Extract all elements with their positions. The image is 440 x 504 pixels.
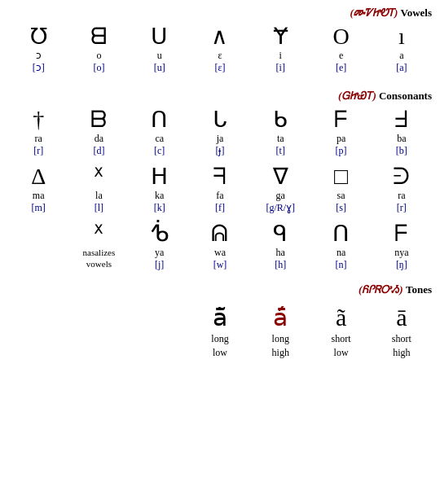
vowel-ipa-a: [a] bbox=[396, 62, 407, 75]
vowel-symbol-e-open: ∧ bbox=[211, 24, 228, 50]
vowel-cell-e: O e [e] bbox=[310, 23, 371, 77]
tone-label-short-high: shorthigh bbox=[392, 332, 411, 360]
cons-cell-wa: ᕱ wa [w] bbox=[190, 220, 250, 274]
cons-roman-ra: ra bbox=[34, 133, 42, 146]
cons-symbol-pa: ᖴ bbox=[334, 107, 348, 133]
cons-ipa-nya: [ŋ] bbox=[396, 259, 407, 272]
vowel-roman-e: e bbox=[339, 50, 343, 63]
tones-grid: ā̃ longlow á̄ longhigh ã shortlow ā shor… bbox=[8, 303, 432, 360]
vowel-roman-o-open: ɔ bbox=[36, 50, 42, 63]
tone-symbol-short-low: ã bbox=[336, 303, 346, 332]
cons-symbol-fa: ᖷ bbox=[213, 164, 227, 190]
cons-roman-ta: ta bbox=[277, 133, 284, 146]
cons-cell-na: ᑎ na [n] bbox=[310, 220, 371, 274]
cons-ipa-fa: [f] bbox=[215, 202, 225, 215]
tone-label-short-low: shortlow bbox=[332, 332, 351, 360]
vowel-roman-o: o bbox=[96, 50, 101, 63]
cons-symbol-ya: ᕺ bbox=[150, 221, 169, 247]
cons-ipa-ma: [m] bbox=[31, 202, 45, 215]
cons-roman-wa: wa bbox=[214, 247, 226, 260]
tones-english: Tones bbox=[406, 283, 432, 296]
cons-symbol-da: ᗷ bbox=[90, 107, 107, 133]
cons-cell-da: ᗷ da [d] bbox=[68, 106, 129, 160]
vowel-roman-u: u bbox=[157, 50, 162, 63]
consonants-native: (ᏀᏥᏯᎢ) bbox=[338, 90, 376, 102]
cons-symbol-na: ᑎ bbox=[332, 221, 350, 247]
cons-symbol-nya: ᖴ bbox=[394, 221, 408, 247]
cons-roman-da: da bbox=[95, 133, 103, 146]
tone-long-low: ā̃ longlow bbox=[190, 303, 250, 360]
vowel-symbol-o-open: ℧ bbox=[30, 24, 47, 50]
cons-ipa-ja: [ɟ] bbox=[215, 145, 224, 158]
cons-symbol-ja: ᒐ bbox=[213, 107, 227, 133]
cons-ipa-ka: [k] bbox=[154, 202, 165, 215]
vowels-title: (ᎀᏤᏥᏬᎢ) Vowels bbox=[8, 7, 432, 20]
cons-cell-ha: ᑫ ha [h] bbox=[250, 220, 310, 274]
cons-symbol-ma: Δ bbox=[31, 164, 46, 190]
vowel-cell-a: ı a [a] bbox=[372, 23, 432, 77]
vowel-symbol-e: O bbox=[332, 24, 349, 50]
tone-label-long-high: longhigh bbox=[272, 332, 289, 360]
cons-roman-ja: ja bbox=[217, 133, 224, 146]
vowel-ipa-e: [e] bbox=[336, 62, 346, 75]
cons-ipa-ca: [c] bbox=[154, 145, 165, 158]
cons-ipa-ba: [b] bbox=[396, 145, 407, 158]
vowels-section: (ᎀᏤᏥᏬᎢ) Vowels ℧ ɔ [ɔ] ᗺ o [o] ᑌ u [u] ∧… bbox=[8, 7, 432, 77]
vowel-cell-o-open: ℧ ɔ [ɔ] bbox=[8, 23, 68, 77]
cons-cell-ka: ᕼ ka [k] bbox=[130, 163, 190, 217]
cons-roman-ga: ga bbox=[276, 190, 285, 203]
cons-ipa-ta: [t] bbox=[276, 145, 285, 158]
cons-cell-nya: ᖴ nya [ŋ] bbox=[372, 220, 432, 274]
cons-symbol-ra: † bbox=[33, 107, 44, 133]
cons-roman-ba: ba bbox=[397, 133, 406, 146]
cons-cell-ba: ᖵ ba [b] bbox=[372, 106, 432, 160]
cons-roman-la: la bbox=[95, 190, 103, 203]
cons-symbol-ka: ᕼ bbox=[151, 164, 168, 190]
cons-ipa-ga: [g/R/ɣ] bbox=[266, 202, 295, 215]
vowel-ipa-i: [i] bbox=[276, 62, 285, 75]
cons-roman-sa: sa bbox=[337, 190, 345, 203]
consonants-section: (ᏀᏥᏯᎢ) Consonants † ra [r] ᗷ da [d] ᑎ ca… bbox=[8, 90, 432, 274]
consonants-english: Consonants bbox=[379, 90, 432, 102]
consonants-row3: ᕽ nasalizesvowels ᕺ ya [j] ᕱ wa [w] ᑫ ha… bbox=[8, 220, 432, 274]
cons-ipa-pa: [p] bbox=[336, 145, 347, 158]
cons-cell-empty bbox=[8, 220, 68, 274]
consonants-row1: † ra [r] ᗷ da [d] ᑎ ca [c] ᒐ ja [ɟ] ᑲ ta… bbox=[8, 106, 432, 160]
cons-ipa-ra: [r] bbox=[33, 145, 43, 158]
vowel-ipa-o-open: [ɔ] bbox=[33, 62, 45, 75]
vowel-symbol-i: Ɏ bbox=[274, 24, 288, 50]
tone-symbol-short-high: ā bbox=[396, 303, 407, 332]
tone-label-long-low: longlow bbox=[211, 332, 228, 360]
tones-empty-1 bbox=[8, 303, 68, 360]
cons-roman-ka: ka bbox=[155, 190, 164, 203]
cons-symbol-la: ᕽ bbox=[93, 164, 104, 190]
vowel-ipa-e-open: [ε] bbox=[214, 62, 225, 75]
cons-roman-na: na bbox=[337, 247, 345, 260]
cons-ipa-ha: [h] bbox=[275, 259, 286, 272]
tone-symbol-long-low: ā̃ bbox=[213, 303, 227, 332]
tones-empty-3 bbox=[130, 303, 190, 360]
cons-symbol-ba: ᖵ bbox=[394, 107, 408, 133]
cons-cell-ga: ∇ ga [g/R/ɣ] bbox=[250, 163, 310, 217]
cons-symbol-ra2: ᕭ bbox=[393, 164, 410, 190]
vowels-english: Vowels bbox=[400, 7, 432, 19]
tone-short-high: ā shorthigh bbox=[372, 303, 432, 360]
vowel-cell-i: Ɏ i [i] bbox=[250, 23, 310, 77]
cons-cell-ja: ᒐ ja [ɟ] bbox=[190, 106, 250, 160]
cons-roman-ra2: ra bbox=[398, 190, 405, 203]
cons-symbol-ga: ∇ bbox=[273, 164, 288, 190]
cons-cell-ca: ᑎ ca [c] bbox=[130, 106, 190, 160]
cons-roman-ha: ha bbox=[276, 247, 285, 260]
cons-ipa-sa: [s] bbox=[336, 202, 346, 215]
vowel-cell-e-open: ∧ ε [ε] bbox=[190, 23, 250, 77]
cons-roman-ya: ya bbox=[155, 247, 164, 260]
vowel-symbol-o: ᗺ bbox=[90, 24, 107, 50]
cons-cell-ra2: ᕭ ra [r] bbox=[372, 163, 432, 217]
consonants-title: (ᏀᏥᏯᎢ) Consonants bbox=[8, 90, 432, 103]
consonants-row2: Δ ma [m] ᕽ la [l] ᕼ ka [k] ᖷ fa [f] ∇ ga… bbox=[8, 163, 432, 217]
cons-symbol-nasalize: ᕽ bbox=[93, 221, 104, 247]
vowel-cell-u: ᑌ u [u] bbox=[130, 23, 190, 77]
cons-roman-nasalize: nasalizesvowels bbox=[83, 247, 116, 270]
cons-roman-ca: ca bbox=[155, 133, 164, 146]
cons-roman-pa: pa bbox=[337, 133, 345, 146]
